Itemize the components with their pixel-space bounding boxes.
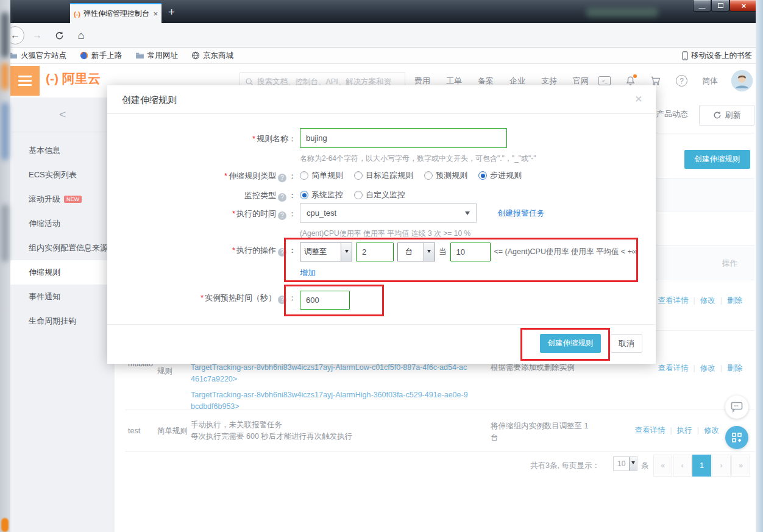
radio-icon: [300, 171, 308, 180]
sidebar-nav: 基本信息 ECS实例列表 滚动升级 NEW 伸缩活动 组内实例配置信息来源 伸缩…: [10, 138, 115, 333]
search-input[interactable]: [257, 77, 391, 86]
qr-grid-icon: [731, 432, 742, 443]
pager-button[interactable]: 1: [692, 455, 711, 477]
notifications[interactable]: [625, 76, 636, 86]
sidebar-item[interactable]: 基本信息: [10, 138, 115, 163]
sidebar-collapse-button[interactable]: <: [10, 98, 115, 132]
radio-option[interactable]: 目标追踪规则: [354, 170, 413, 181]
sidebar-item[interactable]: 事件通知: [10, 285, 115, 309]
aliyun-logo[interactable]: (-) 阿里云: [46, 70, 101, 87]
aliyun-logo-mark: (-): [46, 71, 59, 86]
refresh-button[interactable]: 刷新: [699, 105, 754, 126]
window-controls: — ×: [693, 0, 758, 12]
rule-name-input[interactable]: [300, 128, 507, 148]
sidebar-item[interactable]: 组内实例配置信息来源: [10, 236, 115, 260]
row-action-link[interactable]: 执行: [665, 425, 692, 436]
rule-desc-cell: 将伸缩组内实例数目调整至 1 台: [491, 420, 589, 444]
help-tooltip-icon[interactable]: ?: [278, 193, 286, 202]
page-size-select[interactable]: 10: [613, 456, 637, 471]
create-rule-dialog: 创建伸缩规则 × *规则名称： 名称为2-64个字符，以大小写字母，数字或中文开…: [107, 85, 656, 364]
row-action-link[interactable]: 查看详情: [658, 363, 689, 374]
row-action-link[interactable]: 删除: [715, 296, 742, 306]
mobile-bookmarks[interactable]: 移动设备上的书签: [682, 51, 752, 61]
help-tooltip-icon[interactable]: ?: [278, 211, 286, 220]
pager-button[interactable]: ›: [712, 455, 731, 477]
sidebar-item[interactable]: 滚动升级 NEW: [10, 187, 115, 211]
row-action-link[interactable]: 删除: [715, 363, 742, 374]
annotation-box-submit: [520, 328, 610, 361]
row-action-link[interactable]: 修改: [689, 296, 715, 306]
bookmark-folder-changyong[interactable]: 常用网址: [135, 51, 178, 61]
top-menu-item[interactable]: 工单: [446, 76, 462, 87]
radio-option[interactable]: 预测规则: [424, 170, 467, 181]
monitor-type-label: 监控类型?：: [107, 190, 296, 202]
top-menu-item[interactable]: 官网: [573, 76, 589, 87]
sidebar-item[interactable]: ECS实例列表: [10, 163, 115, 187]
radio-option[interactable]: 系统监控: [300, 190, 343, 200]
notification-dot: [633, 74, 637, 78]
tab-close-icon[interactable]: ×: [153, 9, 158, 18]
language-switch[interactable]: 简体: [702, 76, 718, 87]
rule-trigger-cell: TargetTracking-asr-8vbh6ni83w4iczs17ayj-…: [191, 362, 468, 413]
top-menu-item[interactable]: 企业: [509, 76, 525, 87]
feedback-bubble-button[interactable]: [725, 395, 748, 419]
qr-widget-button[interactable]: [725, 426, 748, 449]
radio-option[interactable]: 自定义监控: [354, 190, 405, 200]
firefox-icon: [80, 51, 88, 60]
rule-name-help: 名称为2-64个字符，以大小写字母，数字或中文开头，可包含"."，"_"或"-": [300, 154, 536, 164]
tab-favicon-icon: (-): [74, 10, 80, 18]
sidebar-item[interactable]: 伸缩活动: [10, 211, 115, 236]
pagination-unit: 条: [641, 460, 649, 472]
row-action-link[interactable]: 查看详情: [658, 296, 689, 306]
alarm-task-select[interactable]: cpu_test: [300, 203, 477, 223]
window-maximize-button[interactable]: [711, 0, 729, 12]
bookmark-jd[interactable]: 京东商城: [191, 51, 233, 61]
rule-name-label: *规则名称：: [107, 133, 296, 144]
avatar-face: [731, 70, 753, 91]
rule-name-cell: test: [128, 425, 140, 437]
create-rule-button[interactable]: 创建伸缩规则: [684, 150, 750, 169]
pager-button[interactable]: «: [653, 455, 672, 477]
help-icon[interactable]: ?: [676, 75, 687, 87]
create-alarm-task-link[interactable]: 创建报警任务: [497, 208, 545, 219]
new-tab-button[interactable]: +: [168, 5, 175, 19]
reload-button[interactable]: [50, 26, 68, 44]
top-menu-item[interactable]: 支持: [541, 76, 557, 87]
row-actions: 查看详情修改删除: [658, 296, 743, 306]
top-menu-item[interactable]: 备案: [478, 76, 494, 87]
window-left-edge: [0, 0, 10, 532]
browser-tab[interactable]: (-) 弹性伸缩管理控制台 ×: [70, 3, 161, 23]
home-button[interactable]: ⌂: [72, 26, 90, 44]
warmup-label: *实例预热时间（秒）?：: [107, 293, 296, 304]
row-action-link[interactable]: 修改: [689, 363, 715, 374]
folder-icon: [135, 52, 144, 59]
top-menu-item[interactable]: 费用: [414, 76, 430, 87]
divider: [125, 451, 754, 452]
pager-button[interactable]: »: [731, 455, 750, 477]
cancel-button[interactable]: 取消: [611, 334, 642, 353]
cart-icon[interactable]: [650, 76, 661, 86]
radio-option[interactable]: 简单规则: [300, 170, 343, 181]
row-action-link[interactable]: 修改: [692, 425, 719, 436]
console-menu-button[interactable]: [10, 66, 40, 96]
exec-time-label: *执行的时间?：: [107, 208, 296, 220]
terminal-icon[interactable]: >_: [598, 76, 611, 85]
sidebar-item[interactable]: 生命周期挂钩: [10, 309, 115, 333]
radio-icon: [424, 171, 433, 180]
window-close-button[interactable]: ×: [729, 0, 758, 12]
pager-button[interactable]: ‹: [673, 455, 692, 477]
avatar[interactable]: [731, 70, 753, 91]
search-icon: [245, 77, 254, 86]
alarm-task-link[interactable]: TargetTracking-asr-8vbh6ni83w4iczs17ayj-…: [191, 362, 468, 386]
radio-option[interactable]: 步进规则: [478, 170, 522, 181]
row-action-link[interactable]: 查看详情: [635, 425, 665, 436]
pager: «‹1›»: [653, 455, 750, 477]
forward-button[interactable]: →: [28, 26, 46, 44]
help-tooltip-icon[interactable]: ?: [278, 174, 286, 182]
bookmark-getting-started[interactable]: 新手上路: [80, 51, 122, 61]
sidebar-item[interactable]: 伸缩规则: [10, 260, 115, 285]
window-right-edge: [756, 0, 763, 532]
window-minimize-button[interactable]: —: [693, 0, 711, 12]
dialog-close-icon[interactable]: ×: [635, 91, 642, 106]
bookmark-folder-huohu[interactable]: 火狐官方站点: [9, 51, 66, 61]
